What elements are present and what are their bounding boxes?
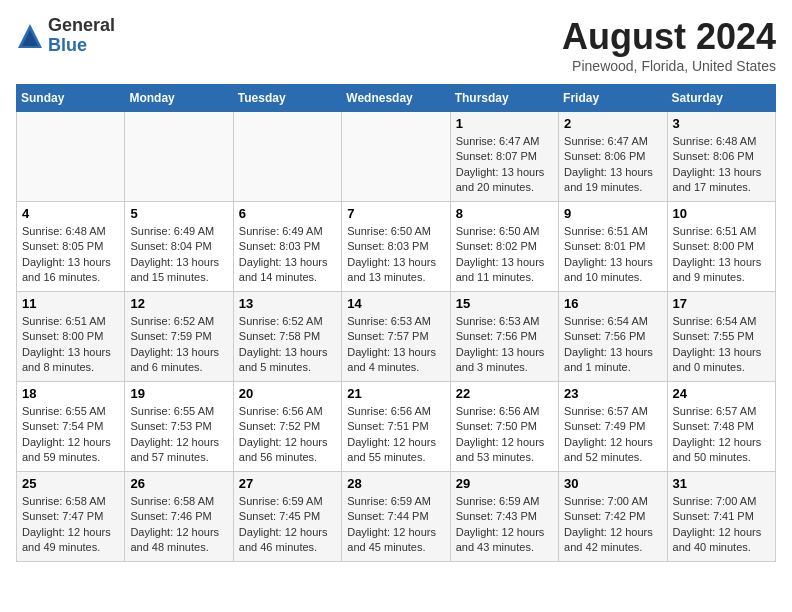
calendar-week-row: 25Sunrise: 6:58 AM Sunset: 7:47 PM Dayli… (17, 472, 776, 562)
day-info: Sunrise: 6:57 AM Sunset: 7:48 PM Dayligh… (673, 404, 770, 466)
day-number: 7 (347, 206, 444, 221)
day-info: Sunrise: 6:47 AM Sunset: 8:07 PM Dayligh… (456, 134, 553, 196)
day-number: 4 (22, 206, 119, 221)
day-number: 3 (673, 116, 770, 131)
calendar-cell (233, 112, 341, 202)
day-info: Sunrise: 6:56 AM Sunset: 7:50 PM Dayligh… (456, 404, 553, 466)
logo-icon (16, 22, 44, 50)
calendar-cell: 21Sunrise: 6:56 AM Sunset: 7:51 PM Dayli… (342, 382, 450, 472)
weekday-header: Saturday (667, 85, 775, 112)
day-info: Sunrise: 6:55 AM Sunset: 7:54 PM Dayligh… (22, 404, 119, 466)
day-info: Sunrise: 6:48 AM Sunset: 8:06 PM Dayligh… (673, 134, 770, 196)
calendar-cell: 25Sunrise: 6:58 AM Sunset: 7:47 PM Dayli… (17, 472, 125, 562)
calendar-cell: 16Sunrise: 6:54 AM Sunset: 7:56 PM Dayli… (559, 292, 667, 382)
calendar-cell: 14Sunrise: 6:53 AM Sunset: 7:57 PM Dayli… (342, 292, 450, 382)
day-info: Sunrise: 6:56 AM Sunset: 7:52 PM Dayligh… (239, 404, 336, 466)
weekday-header: Monday (125, 85, 233, 112)
day-info: Sunrise: 6:59 AM Sunset: 7:43 PM Dayligh… (456, 494, 553, 556)
day-info: Sunrise: 6:57 AM Sunset: 7:49 PM Dayligh… (564, 404, 661, 466)
calendar-cell: 13Sunrise: 6:52 AM Sunset: 7:58 PM Dayli… (233, 292, 341, 382)
day-info: Sunrise: 6:53 AM Sunset: 7:57 PM Dayligh… (347, 314, 444, 376)
day-number: 9 (564, 206, 661, 221)
calendar-cell: 7Sunrise: 6:50 AM Sunset: 8:03 PM Daylig… (342, 202, 450, 292)
calendar-cell: 8Sunrise: 6:50 AM Sunset: 8:02 PM Daylig… (450, 202, 558, 292)
calendar-table: SundayMondayTuesdayWednesdayThursdayFrid… (16, 84, 776, 562)
day-number: 31 (673, 476, 770, 491)
day-info: Sunrise: 6:50 AM Sunset: 8:03 PM Dayligh… (347, 224, 444, 286)
calendar-cell (342, 112, 450, 202)
title-block: August 2024 Pinewood, Florida, United St… (562, 16, 776, 74)
day-number: 29 (456, 476, 553, 491)
calendar-cell: 10Sunrise: 6:51 AM Sunset: 8:00 PM Dayli… (667, 202, 775, 292)
calendar-cell: 15Sunrise: 6:53 AM Sunset: 7:56 PM Dayli… (450, 292, 558, 382)
calendar-week-row: 1Sunrise: 6:47 AM Sunset: 8:07 PM Daylig… (17, 112, 776, 202)
weekday-header: Friday (559, 85, 667, 112)
day-number: 19 (130, 386, 227, 401)
day-info: Sunrise: 6:47 AM Sunset: 8:06 PM Dayligh… (564, 134, 661, 196)
weekday-header: Sunday (17, 85, 125, 112)
calendar-cell: 28Sunrise: 6:59 AM Sunset: 7:44 PM Dayli… (342, 472, 450, 562)
day-info: Sunrise: 6:51 AM Sunset: 8:00 PM Dayligh… (673, 224, 770, 286)
day-number: 27 (239, 476, 336, 491)
location: Pinewood, Florida, United States (562, 58, 776, 74)
day-number: 16 (564, 296, 661, 311)
day-info: Sunrise: 6:49 AM Sunset: 8:04 PM Dayligh… (130, 224, 227, 286)
calendar-cell (17, 112, 125, 202)
day-number: 12 (130, 296, 227, 311)
calendar-cell: 17Sunrise: 6:54 AM Sunset: 7:55 PM Dayli… (667, 292, 775, 382)
day-info: Sunrise: 6:52 AM Sunset: 7:59 PM Dayligh… (130, 314, 227, 376)
calendar-cell (125, 112, 233, 202)
weekday-header: Tuesday (233, 85, 341, 112)
day-info: Sunrise: 6:54 AM Sunset: 7:56 PM Dayligh… (564, 314, 661, 376)
day-number: 8 (456, 206, 553, 221)
logo: General Blue (16, 16, 115, 56)
calendar-cell: 5Sunrise: 6:49 AM Sunset: 8:04 PM Daylig… (125, 202, 233, 292)
calendar-cell: 30Sunrise: 7:00 AM Sunset: 7:42 PM Dayli… (559, 472, 667, 562)
day-number: 28 (347, 476, 444, 491)
day-info: Sunrise: 6:58 AM Sunset: 7:46 PM Dayligh… (130, 494, 227, 556)
calendar-cell: 6Sunrise: 6:49 AM Sunset: 8:03 PM Daylig… (233, 202, 341, 292)
calendar-cell: 9Sunrise: 6:51 AM Sunset: 8:01 PM Daylig… (559, 202, 667, 292)
calendar-cell: 19Sunrise: 6:55 AM Sunset: 7:53 PM Dayli… (125, 382, 233, 472)
day-info: Sunrise: 6:49 AM Sunset: 8:03 PM Dayligh… (239, 224, 336, 286)
day-info: Sunrise: 6:56 AM Sunset: 7:51 PM Dayligh… (347, 404, 444, 466)
day-number: 26 (130, 476, 227, 491)
day-number: 17 (673, 296, 770, 311)
day-number: 20 (239, 386, 336, 401)
day-number: 25 (22, 476, 119, 491)
day-info: Sunrise: 6:59 AM Sunset: 7:44 PM Dayligh… (347, 494, 444, 556)
day-number: 11 (22, 296, 119, 311)
calendar-cell: 12Sunrise: 6:52 AM Sunset: 7:59 PM Dayli… (125, 292, 233, 382)
month-title: August 2024 (562, 16, 776, 58)
day-info: Sunrise: 6:54 AM Sunset: 7:55 PM Dayligh… (673, 314, 770, 376)
day-number: 24 (673, 386, 770, 401)
day-info: Sunrise: 6:48 AM Sunset: 8:05 PM Dayligh… (22, 224, 119, 286)
day-number: 18 (22, 386, 119, 401)
day-number: 22 (456, 386, 553, 401)
day-info: Sunrise: 6:51 AM Sunset: 8:01 PM Dayligh… (564, 224, 661, 286)
calendar-cell: 2Sunrise: 6:47 AM Sunset: 8:06 PM Daylig… (559, 112, 667, 202)
day-info: Sunrise: 7:00 AM Sunset: 7:41 PM Dayligh… (673, 494, 770, 556)
day-info: Sunrise: 6:51 AM Sunset: 8:00 PM Dayligh… (22, 314, 119, 376)
calendar-cell: 29Sunrise: 6:59 AM Sunset: 7:43 PM Dayli… (450, 472, 558, 562)
calendar-cell: 4Sunrise: 6:48 AM Sunset: 8:05 PM Daylig… (17, 202, 125, 292)
calendar-cell: 31Sunrise: 7:00 AM Sunset: 7:41 PM Dayli… (667, 472, 775, 562)
calendar-cell: 11Sunrise: 6:51 AM Sunset: 8:00 PM Dayli… (17, 292, 125, 382)
day-info: Sunrise: 6:50 AM Sunset: 8:02 PM Dayligh… (456, 224, 553, 286)
calendar-cell: 24Sunrise: 6:57 AM Sunset: 7:48 PM Dayli… (667, 382, 775, 472)
calendar-cell: 1Sunrise: 6:47 AM Sunset: 8:07 PM Daylig… (450, 112, 558, 202)
day-number: 30 (564, 476, 661, 491)
calendar-cell: 3Sunrise: 6:48 AM Sunset: 8:06 PM Daylig… (667, 112, 775, 202)
day-info: Sunrise: 6:55 AM Sunset: 7:53 PM Dayligh… (130, 404, 227, 466)
day-number: 15 (456, 296, 553, 311)
day-info: Sunrise: 6:59 AM Sunset: 7:45 PM Dayligh… (239, 494, 336, 556)
day-info: Sunrise: 7:00 AM Sunset: 7:42 PM Dayligh… (564, 494, 661, 556)
day-info: Sunrise: 6:52 AM Sunset: 7:58 PM Dayligh… (239, 314, 336, 376)
weekday-header: Wednesday (342, 85, 450, 112)
calendar-cell: 26Sunrise: 6:58 AM Sunset: 7:46 PM Dayli… (125, 472, 233, 562)
weekday-header: Thursday (450, 85, 558, 112)
calendar-cell: 22Sunrise: 6:56 AM Sunset: 7:50 PM Dayli… (450, 382, 558, 472)
logo-blue: Blue (48, 36, 115, 56)
logo-text: General Blue (48, 16, 115, 56)
calendar-cell: 23Sunrise: 6:57 AM Sunset: 7:49 PM Dayli… (559, 382, 667, 472)
